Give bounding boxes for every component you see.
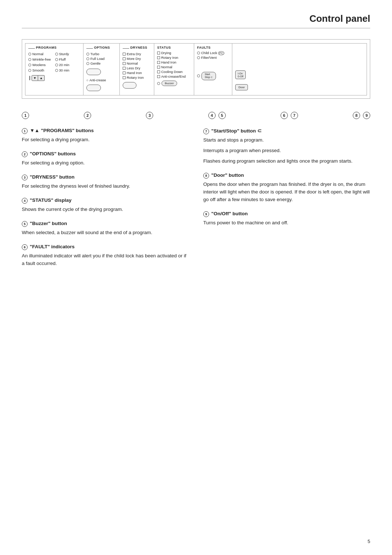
item-dryness-heading: 3 "DRYNESS" button [22, 174, 189, 180]
item-door-heading: 8 "Door" button [203, 172, 370, 179]
faults-section: FAULTS Child Lock PC Filter/Vent StartSt… [194, 44, 232, 95]
item-onoff: 9 "On/Off" button Turns power to the mac… [203, 211, 370, 227]
item-status: 4 "STATUS" display Shows the current cyc… [22, 197, 189, 213]
num-9: 9 [363, 112, 370, 119]
item-7-heading-text: "Start/Stop" button ⊂ [211, 128, 262, 134]
dryness-button[interactable] [123, 82, 136, 89]
item-8-num: 8 [203, 173, 209, 179]
dry-handiron: Hand Iron [127, 71, 142, 75]
dry-lessdry: Less Dry [127, 66, 140, 70]
item-1-symbol: ▼▲ [30, 128, 40, 133]
item-6-num: 6 [22, 244, 28, 250]
item-door: 8 "Door" button Opens the door when the … [203, 172, 370, 204]
status-section: STATUS Drying Rotary Iron Hand Iron Norm… [154, 44, 194, 95]
stat-anticrease: Anti-crease/End [161, 74, 186, 78]
dry-extradry: Extra Dry [127, 52, 141, 56]
item-dryness: 3 "DRYNESS" button For selecting the dry… [22, 174, 189, 190]
stat-rotaryiron: Rotary Iron [161, 56, 178, 60]
item-8-heading-text: "Door" button [211, 172, 244, 178]
buzzer-button[interactable]: Buzzer [162, 81, 177, 86]
dry-normal: Normal [127, 61, 138, 65]
num-7: 7 [291, 112, 298, 119]
prog-wrinklefree: Wrinkle-free [32, 57, 51, 61]
item-8-body: Opens the door when the program has fini… [203, 181, 370, 204]
item-7-num: 7 [203, 128, 209, 134]
options-title: OPTIONS [94, 46, 110, 49]
item-9-body: Turns power to the machine on and off. [203, 219, 370, 227]
onoff-button[interactable]: I-On 0-Off [235, 70, 246, 79]
item-3-num: 3 [22, 175, 28, 180]
item-status-heading: 4 "STATUS" display [22, 197, 189, 204]
stat-normal: Normal [161, 65, 172, 69]
opt-anticrease: Anti-crease [89, 78, 106, 82]
title-rule [22, 28, 370, 28]
item-options: 2 "OPTIONS" buttons For selecting a dryi… [22, 151, 189, 167]
item-5-num: 5 [22, 221, 28, 227]
fault-childlock: Child Lock PC [201, 51, 224, 55]
prog-30min: 30 min [59, 68, 70, 72]
item-2-heading-text: "OPTIONS" buttons [30, 151, 76, 156]
opt-gentle: Gentle [90, 61, 101, 65]
startstop-button[interactable]: StartStop ⊂ [201, 72, 216, 80]
opt-turbo: Turbo [90, 52, 99, 56]
programs-section: PROGRAMS Normal Sturdy Wrinkle-free Fluf… [25, 44, 83, 95]
item-fault-heading: 6 "FAULT" indicators [22, 244, 189, 250]
prog-smooth: Smooth [32, 68, 44, 72]
num-3: 3 [146, 112, 153, 119]
num-6: 6 [281, 112, 288, 119]
control-panel-diagram: PROGRAMS Normal Sturdy Wrinkle-free Fluf… [22, 39, 370, 99]
stat-coolingdown: Cooling Down [161, 70, 183, 74]
item-programs-heading: 1 ▼▲ "PROGRAMS" buttons [22, 128, 189, 134]
options-button-1[interactable] [86, 69, 101, 75]
item-4-body: Shows the current cycle of the drying pr… [22, 206, 189, 213]
programs-down-button[interactable]: ▼ [32, 75, 38, 81]
item-2-num: 2 [22, 151, 28, 157]
item-startstop-heading: 7 "Start/Stop" button ⊂ [203, 128, 370, 134]
item-5-body: When selected, a buzzer will sound at th… [22, 229, 189, 237]
opt-fullload: Full Load [90, 57, 105, 61]
fault-filtervent: Filter/Vent [201, 56, 217, 60]
prog-woolens: Woolens [32, 63, 46, 67]
prog-20min: 20 min [59, 63, 70, 67]
page-number: 5 [368, 539, 370, 544]
item-startstop: 7 "Start/Stop" button ⊂ Starts and stops… [203, 128, 370, 165]
programs-title: PROGRAMS [36, 46, 57, 49]
num-2: 2 [84, 112, 91, 119]
item-6-body: An illuminated indicator will alert you … [22, 252, 189, 268]
num-8: 8 [353, 112, 360, 119]
item-4-num: 4 [22, 198, 28, 204]
item-buzzer: 5 "Buzzer" button When selected, a buzze… [22, 221, 189, 237]
onoff-door-section: I-On 0-Off Door [232, 44, 265, 95]
number-row: 1 2 3 4 5 6 7 8 9 [22, 110, 370, 119]
item-7-body: Starts and stops a program. Interrupts a… [203, 136, 370, 165]
item-4-heading-text: "STATUS" display [30, 197, 72, 203]
status-title: STATUS [157, 46, 191, 49]
item-2-body: For selecting a drying option. [22, 159, 189, 167]
dry-rotaryiron: Rotary Iron [127, 76, 144, 79]
left-column: 1 ▼▲ "PROGRAMS" buttons For selecting a … [22, 128, 200, 274]
page-title: Control panel [0, 0, 392, 28]
prog-normal: Normal [32, 52, 44, 56]
stat-drying: Drying [161, 51, 171, 55]
item-fault: 6 "FAULT" indicators An illuminated indi… [22, 244, 189, 268]
options-section: OPTIONS Turbo Full Load Gentle ○Anti-cre… [83, 44, 120, 95]
content-area: 1 ▼▲ "PROGRAMS" buttons For selecting a … [0, 128, 392, 274]
item-onoff-heading: 9 "On/Off" button [203, 211, 370, 217]
programs-up-button[interactable]: ▲ [38, 75, 45, 81]
item-1-heading-text: "PROGRAMS" buttons [41, 128, 94, 133]
dryness-title: DRYNESS [130, 46, 147, 49]
prog-sturdy: Sturdy [59, 52, 69, 56]
item-3-body: For selecting the dryness level of finis… [22, 183, 189, 190]
item-3-heading-text: "DRYNESS" button [30, 174, 74, 180]
item-buzzer-heading: 5 "Buzzer" button [22, 221, 189, 227]
dry-moredry: More Dry [127, 57, 141, 61]
item-6-heading-text: "FAULT" indicators [30, 244, 75, 249]
item-programs: 1 ▼▲ "PROGRAMS" buttons For selecting a … [22, 128, 189, 144]
stat-handiron: Hand Iron [161, 60, 176, 64]
item-5-heading-text: "Buzzer" button [30, 221, 67, 226]
prog-fluff: Fluff [59, 57, 66, 61]
right-column: 7 "Start/Stop" button ⊂ Starts and stops… [200, 128, 370, 274]
options-button-2[interactable] [86, 85, 101, 91]
item-options-heading: 2 "OPTIONS" buttons [22, 151, 189, 157]
door-button[interactable]: Door [235, 84, 248, 90]
